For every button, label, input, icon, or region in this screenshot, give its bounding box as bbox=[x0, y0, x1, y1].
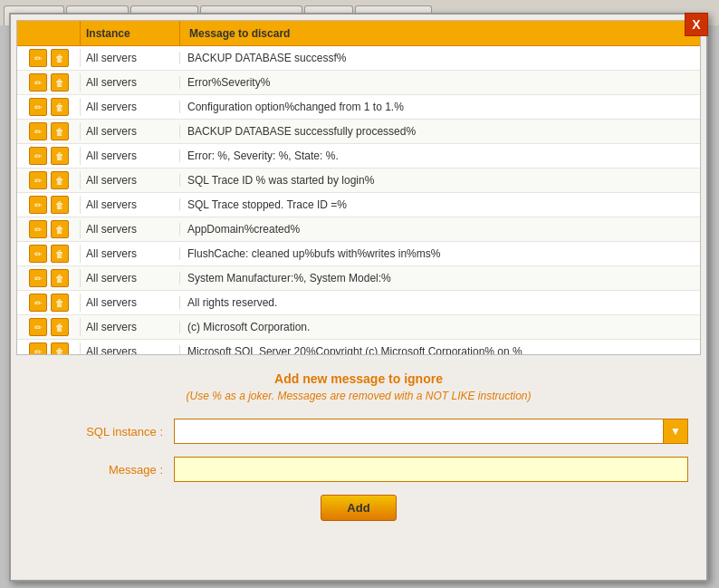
header-instance: Instance bbox=[81, 21, 180, 45]
add-form-section: Add new message to ignore (Use % as a jo… bbox=[11, 355, 706, 530]
joker-hint: (Use % as a joker. Messages are removed … bbox=[29, 390, 688, 402]
delete-button[interactable]: 🗑 bbox=[51, 318, 69, 336]
table-row: ✏ 🗑 All servers Error: %, Severity: %, S… bbox=[17, 144, 700, 169]
edit-button[interactable]: ✏ bbox=[29, 49, 47, 67]
row-message: System Manufacturer:%, System Model:% bbox=[180, 272, 700, 284]
add-button[interactable]: Add bbox=[321, 495, 396, 521]
edit-button[interactable]: ✏ bbox=[29, 196, 47, 214]
row-message: Error: %, Severity: %, State: %. bbox=[180, 149, 700, 162]
table-row: ✏ 🗑 All servers AppDomain%created% bbox=[17, 217, 700, 242]
header-message: Message to discard bbox=[180, 21, 700, 45]
row-actions: ✏ 🗑 bbox=[17, 171, 81, 189]
row-instance: All servers bbox=[81, 101, 180, 113]
delete-button[interactable]: 🗑 bbox=[51, 98, 69, 116]
edit-button[interactable]: ✏ bbox=[29, 73, 47, 92]
header-actions bbox=[17, 21, 81, 45]
table-row: ✏ 🗑 All servers All rights reserved. bbox=[17, 291, 700, 315]
row-actions: ✏ 🗑 bbox=[17, 245, 81, 263]
message-row: Message : bbox=[29, 457, 688, 482]
instance-select-wrapper: ▼ bbox=[174, 419, 688, 444]
table-row: ✏ 🗑 All servers (c) Microsoft Corporatio… bbox=[17, 315, 700, 340]
edit-button[interactable]: ✏ bbox=[29, 171, 47, 189]
row-message: Configuration option%changed from 1 to 1… bbox=[180, 101, 700, 113]
row-actions: ✏ 🗑 bbox=[17, 269, 81, 287]
instance-label: SQL instance : bbox=[29, 425, 174, 439]
table-row: ✏ 🗑 All servers BACKUP DATABASE successf… bbox=[17, 120, 700, 144]
delete-button[interactable]: 🗑 bbox=[51, 196, 69, 214]
delete-button[interactable]: 🗑 bbox=[51, 49, 69, 67]
row-message: (c) Microsoft Corporation. bbox=[180, 321, 700, 333]
row-actions: ✏ 🗑 bbox=[17, 122, 81, 140]
row-instance: All servers bbox=[81, 296, 180, 309]
row-instance: All servers bbox=[81, 125, 180, 138]
row-actions: ✏ 🗑 bbox=[17, 318, 81, 336]
row-actions: ✏ 🗑 bbox=[17, 49, 81, 67]
delete-button[interactable]: 🗑 bbox=[51, 294, 69, 312]
message-label: Message : bbox=[29, 463, 174, 477]
row-instance: All servers bbox=[81, 76, 180, 89]
table-header: Instance Message to discard bbox=[17, 21, 700, 46]
table-row: ✏ 🗑 All servers Microsoft SQL Server 20%… bbox=[17, 340, 700, 354]
row-instance: All servers bbox=[81, 52, 180, 64]
edit-button[interactable]: ✏ bbox=[29, 342, 47, 354]
modal-dialog: X Instance Message to discard ✏ 🗑 All se… bbox=[9, 13, 708, 582]
close-button[interactable]: X bbox=[685, 13, 708, 36]
delete-button[interactable]: 🗑 bbox=[51, 73, 69, 92]
table-row: ✏ 🗑 All servers Configuration option%cha… bbox=[17, 95, 700, 120]
table-row: ✏ 🗑 All servers FlushCache: cleaned up%b… bbox=[17, 242, 700, 266]
table-row: ✏ 🗑 All servers SQL Trace stopped. Trace… bbox=[17, 193, 700, 217]
edit-button[interactable]: ✏ bbox=[29, 269, 47, 287]
delete-button[interactable]: 🗑 bbox=[51, 147, 69, 165]
edit-button[interactable]: ✏ bbox=[29, 147, 47, 165]
row-message: BACKUP DATABASE successf% bbox=[180, 52, 700, 64]
table-body: ✏ 🗑 All servers BACKUP DATABASE successf… bbox=[17, 46, 700, 354]
row-message: SQL Trace ID % was started by login% bbox=[180, 174, 700, 187]
table-row: ✏ 🗑 All servers BACKUP DATABASE successf… bbox=[17, 46, 700, 71]
row-instance: All servers bbox=[81, 345, 180, 354]
row-message: SQL Trace stopped. Trace ID =% bbox=[180, 198, 700, 211]
row-actions: ✏ 🗑 bbox=[17, 98, 81, 116]
edit-button[interactable]: ✏ bbox=[29, 220, 47, 238]
row-instance: All servers bbox=[81, 272, 180, 284]
delete-button[interactable]: 🗑 bbox=[51, 122, 69, 140]
delete-button[interactable]: 🗑 bbox=[51, 171, 69, 189]
row-message: BACKUP DATABASE successfully processed% bbox=[180, 125, 700, 138]
edit-button[interactable]: ✏ bbox=[29, 294, 47, 312]
row-message: All rights reserved. bbox=[180, 296, 700, 309]
table-row: ✏ 🗑 All servers SQL Trace ID % was start… bbox=[17, 169, 700, 193]
row-instance: All servers bbox=[81, 223, 180, 236]
messages-table: Instance Message to discard ✏ 🗑 All serv… bbox=[16, 20, 701, 355]
row-message: Microsoft SQL Server 20%Copyright (c) Mi… bbox=[180, 345, 700, 354]
delete-button[interactable]: 🗑 bbox=[51, 220, 69, 238]
row-instance: All servers bbox=[81, 321, 180, 333]
edit-button[interactable]: ✏ bbox=[29, 318, 47, 336]
table-row: ✏ 🗑 All servers System Manufacturer:%, S… bbox=[17, 266, 700, 291]
row-actions: ✏ 🗑 bbox=[17, 196, 81, 214]
table-row: ✏ 🗑 All servers Error%Severity% bbox=[17, 71, 700, 95]
instance-select[interactable] bbox=[174, 419, 688, 444]
instance-row: SQL instance : ▼ bbox=[29, 419, 688, 444]
row-message: AppDomain%created% bbox=[180, 223, 700, 236]
row-instance: All servers bbox=[81, 174, 180, 187]
row-message: FlushCache: cleaned up%bufs with%writes … bbox=[180, 247, 700, 260]
delete-button[interactable]: 🗑 bbox=[51, 245, 69, 263]
row-actions: ✏ 🗑 bbox=[17, 73, 81, 92]
delete-button[interactable]: 🗑 bbox=[51, 342, 69, 354]
row-actions: ✏ 🗑 bbox=[17, 294, 81, 312]
row-actions: ✏ 🗑 bbox=[17, 147, 81, 165]
add-form-title: Add new message to ignore bbox=[29, 371, 688, 386]
edit-button[interactable]: ✏ bbox=[29, 98, 47, 116]
row-actions: ✏ 🗑 bbox=[17, 220, 81, 238]
delete-button[interactable]: 🗑 bbox=[51, 269, 69, 287]
row-instance: All servers bbox=[81, 149, 180, 162]
row-actions: ✏ 🗑 bbox=[17, 342, 81, 354]
row-instance: All servers bbox=[81, 198, 180, 211]
message-input[interactable] bbox=[174, 457, 688, 482]
edit-button[interactable]: ✏ bbox=[29, 245, 47, 263]
row-message: Error%Severity% bbox=[180, 76, 700, 89]
edit-button[interactable]: ✏ bbox=[29, 122, 47, 140]
row-instance: All servers bbox=[81, 247, 180, 260]
